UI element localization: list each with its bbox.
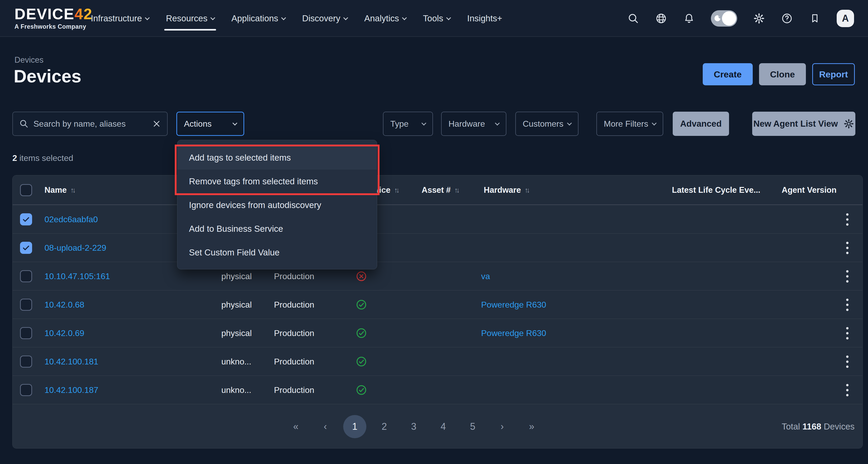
sort-icon[interactable]: ↑↓ [525,186,528,194]
breadcrumb[interactable]: Devices [14,55,43,65]
device-name-link[interactable]: 08-upload-2-229 [44,234,106,262]
column-header-asset-[interactable]: Asset #↑↓ [422,175,458,205]
device42-logo[interactable]: DEVICE42 A Freshworks Company [14,6,92,30]
row-checkbox[interactable] [20,242,32,254]
actions-dropdown-button[interactable]: Actions [176,112,244,136]
row-checkbox[interactable] [20,270,32,282]
selection-count: 2 [12,153,17,163]
filter-label: Hardware [448,119,485,129]
main-menu: InfrastructureResourcesApplicationsDisco… [91,0,502,37]
advanced-filter-button[interactable]: Advanced [673,112,729,136]
page-title: Devices [14,66,81,86]
service-level-cell: Production [274,347,314,376]
clear-search-icon[interactable] [152,120,161,128]
column-label: Agent Version [782,185,836,195]
nav-item-applications[interactable]: Applications [231,0,285,37]
row-menu-kebab-icon[interactable] [841,347,854,376]
sort-icon[interactable]: ↑↓ [394,186,398,194]
pagination-last[interactable]: » [524,419,539,434]
row-menu-kebab-icon[interactable] [841,290,854,319]
table-row: 10.42.100.187unkno...Production [12,376,863,404]
pagination-page-4[interactable]: 4 [436,419,451,434]
device-name-link[interactable]: 10.10.47.105:161 [44,262,110,290]
new-agent-list-view-button[interactable]: New Agent List View [752,112,856,136]
row-menu-kebab-icon[interactable] [841,205,854,234]
report-button[interactable]: Report [812,63,855,85]
bell-icon[interactable] [683,12,695,25]
chevron-down-icon [145,15,150,20]
search-icon [19,119,29,128]
device-name-link[interactable]: 10.42.0.68 [44,290,84,319]
filter-type[interactable]: Type [383,112,433,136]
search-icon[interactable] [627,12,639,25]
menu-item-remove-tags-from-selected-items[interactable]: Remove tags from selected items [177,170,377,193]
chevron-down-icon [422,121,426,125]
clone-button[interactable]: Clone [759,63,806,85]
pagination-first[interactable]: « [288,419,303,434]
row-menu-kebab-icon[interactable] [841,262,854,290]
pagination-page-1[interactable]: 1 [343,415,366,438]
pagination: «‹12345›» [288,419,539,434]
chevron-down-icon [232,121,237,125]
nav-item-discovery[interactable]: Discovery [302,0,347,37]
nav-label: Analytics [364,13,399,24]
pagination-page-2[interactable]: 2 [377,419,392,434]
toggle-knob [722,11,736,26]
hardware-link[interactable]: Poweredge R630 [481,319,546,347]
nav-item-analytics[interactable]: Analytics [364,0,406,37]
nav-item-tools[interactable]: Tools [423,0,450,37]
sort-icon[interactable]: ↑↓ [454,186,458,194]
in-service-yes-icon [355,376,367,404]
hardware-link[interactable]: Poweredge R630 [481,290,546,319]
create-button[interactable]: Create [703,63,753,85]
pagination-page-5[interactable]: 5 [465,419,480,434]
gear-icon[interactable] [753,12,765,25]
select-all-checkbox[interactable] [20,184,32,196]
row-checkbox[interactable] [20,213,32,225]
row-menu-kebab-icon[interactable] [841,319,854,347]
pagination-prev[interactable]: ‹ [318,419,333,434]
column-header-name[interactable]: Name↑↓ [44,175,74,205]
column-header-agent-version: Agent Version [782,175,836,205]
pagination-page-3[interactable]: 3 [406,419,421,434]
column-header-latest-life-cycle-eve-: Latest Life Cycle Eve... [672,175,761,205]
device-type-cell: unkno... [221,376,251,404]
hardware-link[interactable]: va [481,262,490,290]
table-row: 10.42.0.68physicalProductionPoweredge R6… [12,290,863,319]
filter-hardware[interactable]: Hardware [441,112,506,136]
sort-icon[interactable]: ↑↓ [70,186,74,194]
row-checkbox[interactable] [20,355,32,368]
advanced-label: Advanced [680,119,722,129]
filter-label: Type [390,119,408,129]
menu-item-ignore-devices-from-autodiscovery[interactable]: Ignore devices from autodiscovery [177,193,377,217]
device-name-link[interactable]: 02edc6aabfa0 [44,205,98,234]
row-checkbox[interactable] [20,384,32,396]
filter-more-filters[interactable]: More Filters [596,112,663,136]
menu-item-add-to-business-service[interactable]: Add to Business Service [177,217,377,241]
search-input[interactable] [33,119,152,129]
pagination-next[interactable]: › [495,419,509,434]
nav-item-insights-[interactable]: Insights+ [467,0,502,37]
bookmark-icon[interactable] [809,12,821,25]
filter-customers[interactable]: Customers [515,112,579,136]
nav-item-resources[interactable]: Resources [166,0,215,37]
selection-label: items selected [20,153,73,163]
device-name-link[interactable]: 10.42.100.187 [44,376,98,404]
nav-item-infrastructure[interactable]: Infrastructure [91,0,149,37]
chevron-down-icon [210,15,215,20]
device-type-cell: physical [221,319,252,347]
column-header-hardware[interactable]: Hardware↑↓ [484,175,528,205]
device-name-link[interactable]: 10.42.0.69 [44,319,84,347]
row-checkbox[interactable] [20,327,32,339]
theme-toggle[interactable] [711,10,737,27]
user-avatar[interactable]: A [837,10,854,27]
row-menu-kebab-icon[interactable] [841,234,854,262]
globe-icon[interactable] [655,12,667,25]
row-checkbox[interactable] [20,299,32,311]
menu-item-add-tags-to-selected-items[interactable]: Add tags to selected items [177,146,377,170]
menu-item-set-custom-field-value[interactable]: Set Custom Field Value [177,241,377,264]
row-menu-kebab-icon[interactable] [841,376,854,404]
help-icon[interactable] [781,12,793,25]
column-label: Hardware [484,185,521,195]
device-name-link[interactable]: 10.42.100.181 [44,347,98,376]
